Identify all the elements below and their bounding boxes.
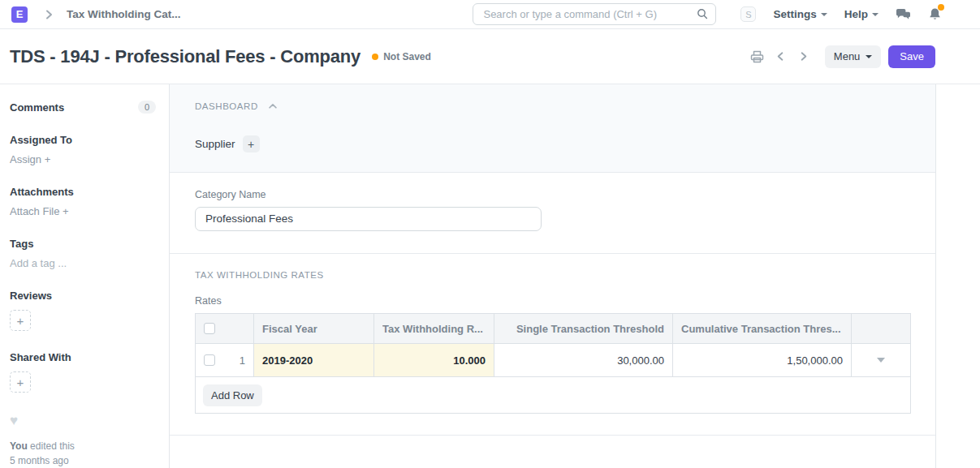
row-checkbox[interactable] [204,354,215,366]
status-dot-icon [372,54,378,60]
right-gutter [936,84,980,468]
tax-withholding-rate-cell[interactable]: 10.000 [374,344,494,376]
form-body: DASHBOARD Supplier + Category Name TAX W… [169,84,936,468]
navbar: E Tax Withholding Cat... S Settings Help [0,0,980,29]
print-icon[interactable] [749,49,766,65]
next-record-chevron-right-icon[interactable] [796,49,811,64]
chat-icon[interactable] [896,7,911,21]
like-heart-icon[interactable]: ♥ [10,413,156,429]
page-actions: Menu Save [749,45,935,68]
help-menu[interactable]: Help [844,8,879,20]
comments-label: Comments [10,101,64,114]
help-label: Help [844,8,868,20]
reviews-label: Reviews [10,290,156,302]
add-tag-input[interactable]: Add a tag ... [10,257,156,269]
row-dropdown-caret-icon[interactable] [877,358,885,363]
col-header-single-threshold[interactable]: Single Transaction Threshold [516,323,664,335]
col-header-cumulative-threshold[interactable]: Cumulative Transaction Thres... [681,323,841,335]
row-index[interactable]: 1 [240,354,245,367]
assigned-to-label: Assigned To [10,134,156,146]
cumulative-threshold-cell[interactable]: 1,50,000.00 [673,344,852,376]
assign-button[interactable]: Assign + [10,153,156,165]
chevron-down-icon [872,13,879,16]
comments-row[interactable]: Comments 0 [10,101,156,114]
edited-action: edited this [28,440,75,452]
tags-label: Tags [10,238,156,250]
category-name-input[interactable] [195,207,542,231]
search-icon [696,7,709,20]
dashboard-section-label: DASHBOARD [195,101,258,111]
chevron-down-icon [866,55,872,58]
single-threshold-cell[interactable]: 30,000.00 [494,344,673,376]
global-search [473,3,716,25]
app-logo[interactable]: E [11,6,28,23]
status-text: Not Saved [383,51,431,62]
navbar-right: S Settings Help [740,6,969,22]
edited-when: 5 months ago [10,455,69,466]
chevron-down-icon [821,13,827,16]
rates-field-label: Rates [195,295,910,307]
shared-with-label: Shared With [10,351,156,363]
search-input[interactable] [473,3,716,25]
next-section [170,436,935,468]
page-content: Comments 0 Assigned To Assign + Attachme… [0,84,980,468]
fiscal-year-cell[interactable]: 2019-2020 [254,344,374,376]
status-indicator: Not Saved [372,51,431,62]
col-header-tax-withholding-rate[interactable]: Tax Withholding R... [382,323,483,335]
col-header-fiscal-year[interactable]: Fiscal Year [262,323,317,335]
settings-menu[interactable]: Settings [773,8,827,20]
share-button[interactable]: + [10,371,31,393]
edited-by: You [10,440,28,452]
settings-label: Settings [773,8,816,20]
menu-button-label: Menu [834,50,861,62]
add-review-button[interactable]: + [10,310,31,331]
notifications-bell-icon[interactable] [928,7,942,22]
form-sidebar: Comments 0 Assigned To Assign + Attachme… [0,84,169,468]
attachments-label: Attachments [10,186,156,198]
category-name-label: Category Name [195,189,910,200]
page-head: TDS - 194J - Professional Fees - Company… [0,29,980,84]
grid-footer: Add Row [196,377,910,413]
save-button[interactable]: Save [888,45,935,68]
prev-record-chevron-left-icon[interactable] [773,49,788,64]
collapse-chevron-up-icon[interactable] [267,101,278,112]
page-title: TDS - 194J - Professional Fees - Company [10,46,360,67]
add-supplier-button[interactable]: + [243,135,260,152]
add-row-button[interactable]: Add Row [203,384,262,406]
breadcrumb-chevron-icon [42,8,55,21]
rates-section-label: TAX WITHHOLDING RATES [195,270,910,280]
comments-count-badge: 0 [138,101,156,114]
breadcrumb[interactable]: Tax Withholding Cat... [67,8,181,20]
menu-button[interactable]: Menu [825,45,882,68]
category-section: Category Name [170,173,935,255]
dashboard-section: DASHBOARD Supplier + [170,84,935,173]
rates-section: TAX WITHHOLDING RATES Rates Fiscal Year … [170,254,935,436]
rates-grid: Fiscal Year Tax Withholding R... Single … [195,313,911,414]
user-avatar[interactable]: S [740,6,756,22]
notification-dot [938,4,944,11]
grid-header-row: Fiscal Year Tax Withholding R... Single … [196,314,910,344]
supplier-link[interactable]: Supplier [195,138,235,150]
attach-file-button[interactable]: Attach File + [10,205,156,217]
select-all-checkbox[interactable] [204,323,215,334]
table-row: 1 2019-2020 10.000 30,000.00 1,50,000.00 [196,344,910,377]
edited-info: You edited this 5 months ago [10,440,156,468]
